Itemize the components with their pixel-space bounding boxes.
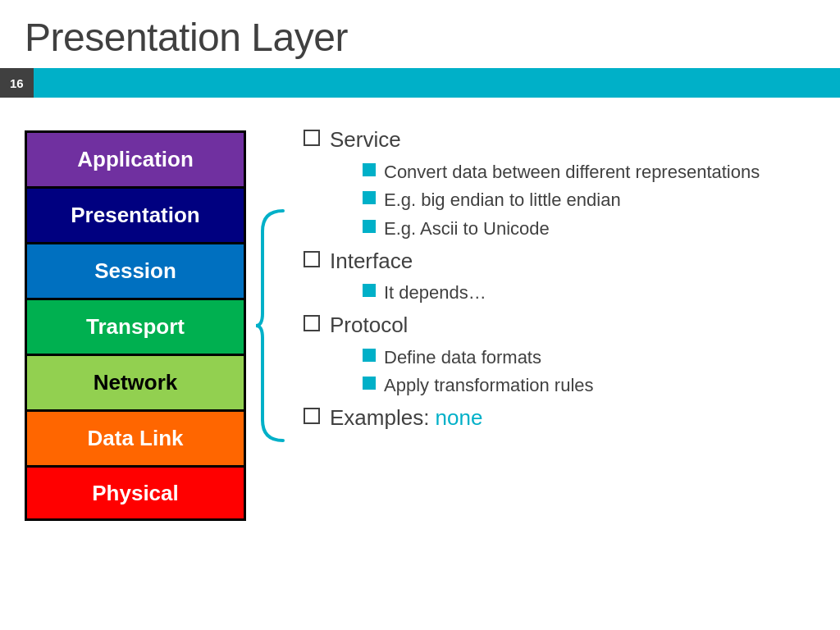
interface-sub-1: It depends… (363, 281, 815, 305)
layer-physical: Physical (25, 465, 246, 521)
osi-stack: Application Presentation Session Transpo… (25, 130, 246, 521)
examples-label: Examples: (330, 404, 436, 432)
protocol-label: Protocol (330, 312, 408, 340)
interface-sub-1-bullet (363, 284, 376, 297)
service-sub-3-bullet (363, 220, 376, 233)
service-sub-3: E.g. Ascii to Unicode (363, 217, 815, 241)
service-sub-1-bullet (363, 163, 376, 176)
layer-datalink: Data Link (25, 409, 246, 465)
page-title: Presentation Layer (25, 15, 815, 60)
service-sub-2: E.g. big endian to little endian (363, 189, 815, 212)
service-group: Service Convert data between different r… (304, 126, 815, 241)
service-bullet (304, 130, 320, 146)
service-sub-1-text: Convert data between different represent… (384, 161, 760, 185)
examples-value: none (436, 404, 483, 432)
layer-session: Session (25, 242, 246, 298)
layer-presentation: Presentation (25, 186, 246, 242)
slide-bar: 16 (0, 68, 840, 98)
header: Presentation Layer (0, 0, 840, 68)
interface-group: Interface It depends… (304, 248, 815, 305)
protocol-sub-2-bullet (363, 377, 376, 390)
service-sub-3-text: E.g. Ascii to Unicode (384, 217, 550, 241)
examples-item: Examples: none (304, 404, 815, 432)
layer-application: Application (25, 130, 246, 186)
service-sub-2-bullet (363, 191, 376, 204)
layer-transport: Transport (25, 298, 246, 354)
interface-label: Interface (330, 248, 413, 276)
interface-item: Interface (304, 248, 815, 276)
interface-sub-1-text: It depends… (384, 281, 486, 305)
layer-network: Network (25, 354, 246, 409)
service-subitems: Convert data between different represent… (333, 161, 815, 241)
brace-container (246, 130, 295, 521)
interface-subitems: It depends… (333, 281, 815, 305)
examples-group: Examples: none (304, 404, 815, 432)
protocol-subitems: Define data formats Apply transformation… (333, 346, 815, 398)
protocol-sub-2-text: Apply transformation rules (384, 374, 594, 398)
brace-icon (254, 207, 287, 445)
protocol-bullet (304, 315, 320, 331)
service-sub-1: Convert data between different represent… (363, 161, 815, 185)
service-label: Service (330, 126, 401, 154)
slide-number: 16 (0, 68, 34, 98)
bullet-content: Service Convert data between different r… (295, 122, 815, 521)
interface-bullet (304, 251, 320, 267)
service-sub-2-text: E.g. big endian to little endian (384, 189, 621, 212)
service-item: Service (304, 126, 815, 154)
protocol-group: Protocol Define data formats Apply trans… (304, 312, 815, 398)
main-content: Application Presentation Session Transpo… (0, 98, 840, 537)
protocol-sub-2: Apply transformation rules (363, 374, 815, 398)
examples-bullet (304, 408, 320, 424)
protocol-sub-1: Define data formats (363, 346, 815, 370)
protocol-sub-1-text: Define data formats (384, 346, 541, 370)
protocol-sub-1-bullet (363, 349, 376, 362)
protocol-item: Protocol (304, 312, 815, 340)
